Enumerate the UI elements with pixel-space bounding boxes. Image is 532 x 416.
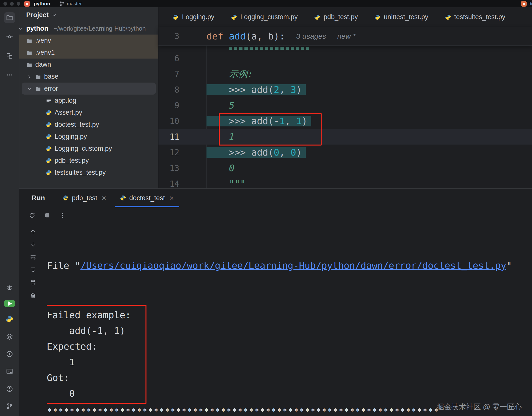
editor: Logging.pyLogging_custom.pypdb_test.pyun… xyxy=(158,7,532,188)
editor-tab-label: unittest_test.py xyxy=(384,13,428,21)
tree-item-label: app.log xyxy=(55,97,76,104)
code-line-14[interactable]: 14 """ xyxy=(158,176,532,188)
tree-item--venv[interactable]: .venv xyxy=(19,35,158,47)
close-window-icon[interactable] xyxy=(3,2,7,6)
editor-tab-unittest-test-py[interactable]: unittest_test.py xyxy=(366,7,437,27)
services-icon[interactable] xyxy=(4,331,15,342)
more-vertical-icon[interactable] xyxy=(59,212,66,219)
editor-tab-label: Logging.py xyxy=(182,13,214,21)
code-line-12[interactable]: 12 >>> add(0, 0) xyxy=(158,145,532,160)
folder-file-icon xyxy=(35,86,41,92)
clipped-code-row xyxy=(158,46,532,50)
tree-item-label: .venv xyxy=(35,37,51,44)
code-line-7[interactable]: 7 示例: xyxy=(158,66,532,82)
close-tab-icon[interactable]: × xyxy=(102,194,106,202)
python-file-icon xyxy=(62,195,68,201)
tree-item-app-log[interactable]: app.log xyxy=(19,95,158,107)
chevron-down-icon[interactable] xyxy=(26,86,32,92)
code-line-11[interactable]: 11 1 xyxy=(158,129,532,145)
run-icon[interactable] xyxy=(4,300,15,307)
tree-item-pdb-test-py[interactable]: pdb_test.py xyxy=(19,155,158,167)
scroll-to-end-icon[interactable] xyxy=(30,267,36,274)
python-file-icon xyxy=(46,158,52,164)
console-output[interactable]: File "/Users/cuiqiaoqiao/work/gitee/Lear… xyxy=(47,223,532,416)
titlebar-right-label: do xyxy=(529,1,532,7)
code-area[interactable]: 67 示例:8 >>> add(2, 3)9 510 >>> add(-1, 1… xyxy=(158,46,532,188)
python-file-icon xyxy=(46,170,52,176)
soft-wrap-icon[interactable] xyxy=(30,254,36,262)
titlebar-right-widget[interactable]: do xyxy=(521,1,532,7)
chevron-down-icon[interactable] xyxy=(19,26,23,32)
commit-icon[interactable] xyxy=(4,31,15,42)
tree-item-doctest-test-py[interactable]: doctest_test.py xyxy=(19,119,158,131)
tree-item-logging-py[interactable]: Logging.py xyxy=(19,131,158,143)
tree-item-dawn[interactable]: dawn xyxy=(19,59,158,71)
python-packages-icon[interactable] xyxy=(4,314,15,325)
file-line-suffix: " xyxy=(506,260,512,271)
sticky-definition-line[interactable]: 3 def add(a, b): 3 usages new * xyxy=(158,27,532,46)
editor-tab-strip: Logging.pyLogging_custom.pypdb_test.pyun… xyxy=(158,7,532,27)
tree-item-label: doctest_test.py xyxy=(55,121,99,128)
code-line-10[interactable]: 10 >>> add(-1, 1) xyxy=(158,113,532,129)
line-number: 11 xyxy=(158,132,204,142)
clear-all-icon[interactable] xyxy=(30,292,36,300)
tree-item-error[interactable]: error xyxy=(22,83,156,95)
terminal-icon[interactable] xyxy=(4,366,15,377)
project-title[interactable]: python xyxy=(34,1,50,7)
chevron-right-icon[interactable] xyxy=(26,74,32,80)
chevron-down-icon[interactable] xyxy=(51,12,57,18)
tree-item-testsuites-test-py[interactable]: testsuites_test.py xyxy=(19,167,158,179)
project-icon[interactable] xyxy=(4,12,15,23)
tree-item-label: error xyxy=(44,85,58,92)
close-tab-icon[interactable]: × xyxy=(169,194,174,202)
git-branch-icon xyxy=(59,1,65,7)
code-line-9[interactable]: 9 5 xyxy=(158,98,532,113)
root-project-path: ~/work/gitee/Learning-Hub/python xyxy=(54,25,146,32)
file-link[interactable]: /Users/cuiqiaoqiao/work/gitee/Learning-H… xyxy=(80,260,506,271)
console-line: Expected: xyxy=(47,339,131,354)
vcs-new-hint: new * xyxy=(337,32,356,40)
log-file-icon xyxy=(46,98,52,104)
minimize-window-icon[interactable] xyxy=(10,2,14,6)
editor-tab-logging-py[interactable]: Logging.py xyxy=(164,7,223,27)
tree-item-assert-py[interactable]: Assert.py xyxy=(19,107,158,119)
editor-tab-pdb-test-py[interactable]: pdb_test.py xyxy=(306,7,366,27)
print-icon[interactable] xyxy=(30,279,36,287)
window-controls[interactable] xyxy=(3,2,20,6)
more-icon[interactable] xyxy=(4,70,15,80)
code-line-6[interactable]: 6 xyxy=(158,50,532,66)
rerun-icon[interactable] xyxy=(29,212,36,219)
profiler-icon[interactable] xyxy=(4,349,15,359)
editor-tab-testsuites-test-py[interactable]: testsuites_test.py xyxy=(437,7,514,27)
arrow-down-icon[interactable] xyxy=(30,241,36,249)
project-panel-header[interactable]: Project xyxy=(19,7,158,23)
code-text: 1 xyxy=(204,129,234,145)
version-control-icon[interactable] xyxy=(4,401,15,412)
activity-bar-top xyxy=(4,12,15,80)
arrow-up-icon[interactable] xyxy=(30,228,36,236)
stop-icon[interactable] xyxy=(44,212,51,219)
tree-item-label: testsuites_test.py xyxy=(55,169,106,176)
code-line-13[interactable]: 13 0 xyxy=(158,160,532,176)
code-line-8[interactable]: 8 >>> add(2, 3) xyxy=(158,82,532,98)
activity-bar-bottom xyxy=(4,282,15,412)
tree-item-base[interactable]: base xyxy=(19,71,158,83)
problems-icon[interactable] xyxy=(4,383,15,394)
editor-tab-logging-custom-py[interactable]: Logging_custom.py xyxy=(223,7,306,27)
structure-icon[interactable] xyxy=(4,50,15,61)
python-file-icon xyxy=(231,14,237,20)
maximize-window-icon[interactable] xyxy=(17,2,20,6)
python-file-icon xyxy=(120,195,126,201)
debug-icon[interactable] xyxy=(4,282,15,293)
run-tab-doctest_test[interactable]: doctest_test× xyxy=(113,189,181,207)
run-tab-pdb_test[interactable]: pdb_test× xyxy=(56,189,113,207)
console: File "/Users/cuiqiaoqiao/work/gitee/Lear… xyxy=(19,223,532,416)
line-number: 10 xyxy=(158,116,204,126)
tree-item--venv1[interactable]: .venv1 xyxy=(19,47,158,59)
branch-widget[interactable]: master xyxy=(59,1,82,7)
file-line-prefix: File " xyxy=(47,260,80,271)
usages-hint[interactable]: 3 usages xyxy=(296,32,326,40)
tree-root-item[interactable]: python ~/work/gitee/Learning-Hub/python xyxy=(19,23,158,35)
tree-item-logging-custom-py[interactable]: Logging_custom.py xyxy=(19,143,158,155)
line-number: 3 xyxy=(158,31,204,41)
